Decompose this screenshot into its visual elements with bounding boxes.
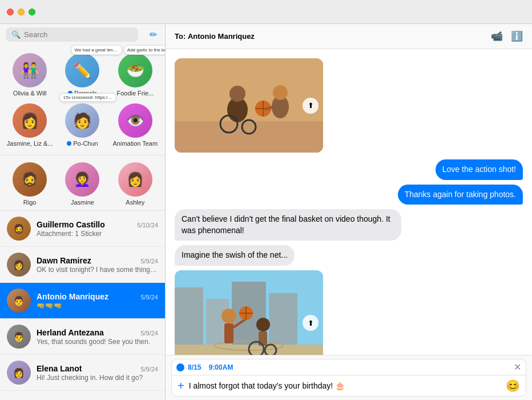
speech-bubble: We had a great time. Home with th... [71, 45, 122, 55]
convo-name: Antonio Manriquez [37, 292, 108, 301]
svg-point-3 [229, 86, 245, 102]
avatar: 👩 [118, 162, 152, 197]
avatar-wrapper: Add garlic to the butter, and then... 🥗 [118, 53, 152, 87]
chat-panel: To: Antonio Manriquez 📹 ℹ️ [166, 24, 532, 400]
avatar: 🧑 [65, 103, 99, 138]
info-button[interactable]: ℹ️ [511, 30, 523, 42]
svg-point-19 [221, 309, 236, 323]
avatar: 🧔 [7, 217, 31, 241]
pinned-label: Foodie Frie... [116, 90, 154, 97]
avatar: 👩‍🦱 [65, 162, 99, 197]
convo-item-dawn[interactable]: 👩 Dawn Ramirez 5/9/24 OK to visit tonigh… [0, 247, 165, 283]
message-row: Thanks again for taking photos. [175, 185, 523, 205]
pinned-label: Po-Chun [73, 140, 98, 147]
suggested-item-jasmine[interactable]: 👩‍🦱 Jasmine [57, 160, 107, 208]
main-container: 🔍 ✏ 👫 Olivia & Will We had a great time.… [0, 24, 532, 400]
avatar: 👨 [7, 325, 31, 349]
avatar: ✏️ [65, 53, 99, 87]
avatar: 🧔 [13, 162, 47, 197]
pinned-label: Animation Team [112, 140, 158, 147]
share-button-2[interactable]: ⬆ [303, 315, 319, 331]
convo-name: Dawn Ramirez [37, 256, 91, 265]
suggested-contacts-row: 🧔 Rigo 👩‍🦱 Jasmine 👩 Ashley [0, 155, 165, 211]
video-call-button[interactable]: 📹 [491, 30, 503, 42]
message-bubble: Love the action shot! [436, 159, 523, 180]
convo-name: Herland Antezana [37, 328, 104, 337]
input-top-bar: 8/15 9:00AM ✕ [171, 359, 526, 375]
messages-area: ⬆ Love the action shot! Thanks again for… [166, 49, 532, 355]
pinned-item-foodie[interactable]: Add garlic to the butter, and then... 🥗 … [110, 51, 160, 99]
unread-dot [67, 141, 71, 146]
image-container: ⬆ [175, 58, 323, 153]
input-meta: 8/15 9:00AM [188, 363, 510, 371]
message-row: Imagine the swish of the net... [175, 245, 523, 266]
avatar-wrapper: 🧔 [13, 162, 47, 197]
pinned-item-jasmine-liz[interactable]: 👩 Jasmine, Liz &... [5, 101, 55, 149]
suggested-label: Ashley [126, 199, 144, 206]
convo-preview: 🤜🤜🤜 [37, 302, 158, 310]
avatar-wrapper: 👩 [118, 162, 152, 197]
avatar-wrapper: 👁️ [118, 103, 152, 138]
pinned-label: Olivia & Will [13, 90, 47, 97]
share-button[interactable]: ⬆ [303, 98, 319, 114]
speech-bubble: Add garlic to the butter, and then... [124, 45, 166, 55]
convo-info: Herland Antezana 5/9/24 Yes, that sounds… [37, 328, 158, 346]
message-bubble: Can't believe I didn't get the final bas… [175, 209, 401, 241]
input-bottom-bar: + 😊 [171, 375, 526, 397]
svg-rect-16 [269, 293, 297, 345]
message-bubble: Imagine the swish of the net... [175, 245, 295, 266]
close-input-top-button[interactable]: ✕ [514, 362, 521, 373]
avatar: 👁️ [118, 103, 152, 138]
suggested-label: Jasmine [71, 199, 94, 206]
input-area: 8/15 9:00AM ✕ + 😊 [166, 355, 532, 400]
pinned-item-olivia-will[interactable]: 👫 Olivia & Will [5, 51, 55, 99]
svg-rect-1 [175, 121, 323, 153]
minimize-button[interactable] [18, 9, 25, 15]
chat-header-actions: 📹 ℹ️ [491, 30, 523, 42]
message-row: ⬆ [175, 270, 523, 355]
convo-item-antonio[interactable]: 👨 Antonio Manriquez 5/9/24 🤜🤜🤜 [0, 283, 165, 319]
image-container: ⬆ [175, 270, 323, 355]
convo-preview: OK to visit tonight? I have some things … [37, 266, 158, 274]
message-row: Can't believe I didn't get the final bas… [175, 209, 523, 241]
pinned-label: Jasmine, Liz &... [7, 140, 53, 147]
pinned-item-animation-team[interactable]: 👁️ Animation Team [110, 101, 160, 149]
pinned-item-penpals[interactable]: We had a great time. Home with th... ✏️ … [57, 51, 107, 99]
convo-name: Guillermo Castillo [37, 220, 105, 229]
sidebar: 🔍 ✏ 👫 Olivia & Will We had a great time.… [0, 24, 166, 400]
tooltip-bubble: 15x crossword: https://apple.news/... [59, 93, 116, 102]
convo-item-elena[interactable]: 👩 Elena Lanot 5/9/24 Hi! Just checking i… [0, 355, 165, 391]
avatar-wrapper: 👩‍🦱 [65, 162, 99, 197]
message-image-basketball1 [175, 58, 323, 153]
avatar: 👩 [13, 103, 47, 138]
message-text-input[interactable] [189, 381, 501, 390]
avatar: 👨 [7, 289, 31, 313]
avatar: 👩 [7, 361, 31, 385]
compose-button[interactable]: ✏ [147, 28, 159, 41]
convo-date: 5/9/24 [140, 330, 158, 337]
close-button[interactable] [7, 9, 14, 15]
avatar-wrapper: 👩 [13, 103, 47, 138]
avatar-wrapper: We had a great time. Home with th... ✏️ [65, 53, 99, 87]
chat-header-title: To: Antonio Manriquez [175, 32, 491, 41]
avatar-wrapper: 15x crossword: https://apple.news/... 🧑 [65, 103, 99, 138]
add-attachment-button[interactable]: + [178, 380, 184, 391]
maximize-button[interactable] [29, 9, 35, 15]
suggested-item-ashley[interactable]: 👩 Ashley [110, 160, 160, 208]
convo-preview: Yes, that sounds good! See you then. [37, 338, 158, 346]
convo-preview: Hi! Just checking in. How did it go? [37, 374, 158, 382]
search-bar[interactable]: 🔍 [6, 27, 138, 42]
pinned-item-pochun[interactable]: 15x crossword: https://apple.news/... 🧑 … [57, 101, 107, 149]
emoji-picker-button[interactable]: 😊 [506, 379, 520, 393]
conversation-list: 🧔 Guillermo Castillo 5/10/24 Attachment:… [0, 211, 165, 400]
convo-info: Elena Lanot 5/9/24 Hi! Just checking in.… [37, 364, 158, 382]
convo-date: 5/9/24 [140, 258, 158, 265]
message-bubble: Thanks again for taking photos. [398, 185, 523, 205]
search-input[interactable] [24, 30, 132, 39]
suggested-item-rigo[interactable]: 🧔 Rigo [5, 160, 55, 208]
svg-rect-13 [175, 287, 203, 345]
recipient-name: Antonio Manriquez [188, 32, 255, 41]
convo-item-herland[interactable]: 👨 Herland Antezana 5/9/24 Yes, that soun… [0, 319, 165, 355]
convo-item-guillermo[interactable]: 🧔 Guillermo Castillo 5/10/24 Attachment:… [0, 211, 165, 247]
sidebar-header: 🔍 ✏ [0, 24, 165, 45]
